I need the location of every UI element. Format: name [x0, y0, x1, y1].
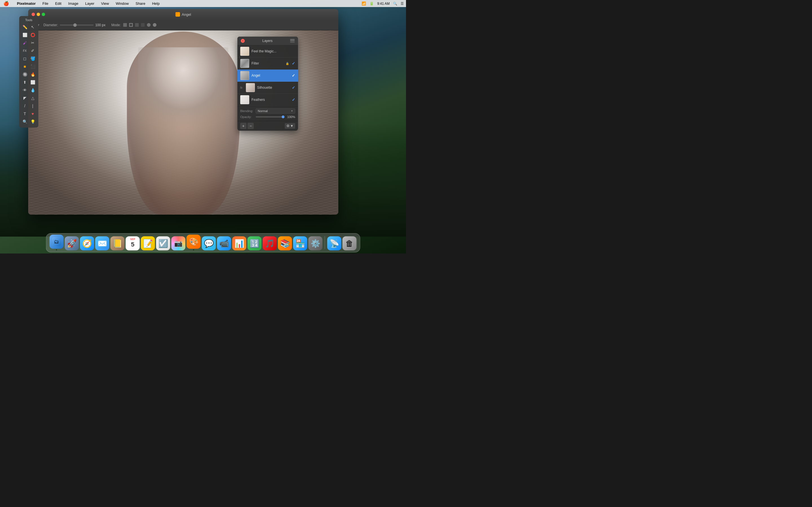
- mode-icon-1[interactable]: [122, 22, 128, 27]
- appstore-icon[interactable]: 🏪: [293, 236, 307, 250]
- facetime-icon[interactable]: 📹: [217, 236, 231, 250]
- minimize-button[interactable]: [37, 13, 40, 16]
- dock-item-trash[interactable]: 🗑: [343, 236, 357, 250]
- launchpad-icon[interactable]: 🚀: [65, 236, 79, 250]
- pixelmator-icon[interactable]: 🎨: [187, 235, 201, 249]
- mail-icon[interactable]: ✉️: [95, 236, 109, 250]
- notes-icon[interactable]: 📝: [141, 236, 155, 250]
- eyedropper-tool[interactable]: 💧: [29, 87, 36, 94]
- pencil-tool[interactable]: ✐: [29, 47, 36, 54]
- burn-tool[interactable]: 🔥: [29, 71, 36, 78]
- layer-item-feel[interactable]: Feel the Magic...: [238, 45, 298, 57]
- apple-menu[interactable]: 🍎: [2, 0, 10, 7]
- pen-tool[interactable]: ✏️: [21, 23, 29, 31]
- help-menu[interactable]: Help: [151, 1, 161, 6]
- dock-item-launchpad[interactable]: 🚀: [65, 236, 79, 250]
- fx-tool[interactable]: FX: [21, 47, 29, 54]
- app-name-menu[interactable]: Pixelmator: [16, 1, 37, 6]
- text-tool[interactable]: T: [21, 110, 29, 117]
- layer-menu[interactable]: Layer: [84, 1, 96, 6]
- line-tool[interactable]: /: [21, 102, 29, 110]
- itunes-icon[interactable]: 🎵: [263, 236, 277, 250]
- image-menu[interactable]: Image: [67, 1, 80, 6]
- trash-icon[interactable]: 🗑: [343, 236, 357, 250]
- mode-icon-5[interactable]: [146, 22, 151, 27]
- close-button[interactable]: [32, 13, 35, 16]
- color-adjust-tool[interactable]: |: [29, 102, 36, 110]
- numbers-icon[interactable]: 🔢: [248, 236, 262, 250]
- finder-icon[interactable]: 🗂: [50, 235, 64, 249]
- dock-item-itunes[interactable]: 🎵: [263, 236, 277, 250]
- calendar-icon[interactable]: SEP 5: [126, 236, 140, 250]
- dock-item-photos[interactable]: 📷: [171, 236, 186, 250]
- share-menu[interactable]: Share: [135, 1, 147, 6]
- dock-item-messages[interactable]: 💬: [202, 236, 216, 250]
- heart-tool[interactable]: ♥: [29, 110, 36, 117]
- reminders-icon[interactable]: ☑️: [156, 236, 170, 250]
- layer-settings-button[interactable]: ⚙ ▼: [285, 123, 295, 129]
- gradient-tool[interactable]: ◤: [21, 94, 29, 102]
- layer-item-feathers[interactable]: Feathers ✓: [238, 94, 298, 106]
- dock-item-mail[interactable]: ✉️: [95, 236, 109, 250]
- eraser-tool[interactable]: ◻: [21, 55, 29, 62]
- arrow-tool[interactable]: ↖: [29, 23, 36, 31]
- presentation-icon[interactable]: 📊: [232, 236, 246, 250]
- dock-item-notes[interactable]: 📝: [141, 236, 155, 250]
- layer-item-filter[interactable]: Filter 🔒 ✓: [238, 57, 298, 69]
- window-menu[interactable]: Window: [114, 1, 130, 6]
- repair-tool[interactable]: ⬜: [29, 78, 36, 86]
- safari-icon[interactable]: 🧭: [80, 236, 94, 250]
- edit-menu[interactable]: Edit: [54, 1, 62, 6]
- dock-item-facetime[interactable]: 📹: [217, 236, 231, 250]
- messages-icon[interactable]: 💬: [202, 236, 216, 250]
- clone-tool[interactable]: ⬆: [21, 78, 29, 86]
- redeye-tool[interactable]: 👁: [21, 87, 29, 94]
- notification-icon[interactable]: ☰: [401, 2, 404, 6]
- search-icon[interactable]: 🔍: [393, 2, 397, 6]
- photos-icon[interactable]: 📷: [171, 236, 186, 250]
- crop-tool[interactable]: ✂: [29, 39, 36, 47]
- color-picker-bg[interactable]: ⬛: [29, 63, 36, 70]
- dodge-tool[interactable]: 🔘: [21, 71, 29, 78]
- diameter-slider[interactable]: [73, 23, 77, 27]
- mode-icon-6[interactable]: [152, 22, 157, 27]
- brush-tool[interactable]: 🖌: [21, 39, 29, 47]
- dock-item-finder[interactable]: 🗂: [50, 235, 64, 250]
- layer-item-angel[interactable]: Angel ✓: [238, 69, 298, 82]
- blending-select[interactable]: Normal ▼: [256, 108, 295, 114]
- mode-icon-2[interactable]: [128, 22, 133, 27]
- fill-tool[interactable]: 🪣: [29, 55, 36, 62]
- layers-menu-button[interactable]: [290, 39, 295, 43]
- zoom-tool[interactable]: 🔍: [21, 118, 29, 125]
- dock-item-safari[interactable]: 🧭: [80, 236, 94, 250]
- ellipse-select-tool[interactable]: ⭕: [29, 31, 36, 39]
- dock-item-sysprefs[interactable]: ⚙️: [308, 236, 322, 250]
- dock-item-presentation[interactable]: 📊: [232, 236, 246, 250]
- dock-item-airdrop[interactable]: 📡: [327, 236, 342, 250]
- dock-item-pixelmator[interactable]: 🎨: [187, 235, 201, 250]
- file-menu[interactable]: File: [41, 1, 49, 6]
- layer-item-silhouette[interactable]: fx Silhouette ✓: [238, 82, 298, 94]
- opacity-slider[interactable]: [282, 115, 285, 118]
- shape-tool[interactable]: △: [29, 94, 36, 102]
- view-menu[interactable]: View: [100, 1, 110, 6]
- dock-item-contacts[interactable]: 📒: [110, 236, 124, 250]
- mode-icon-3[interactable]: [134, 22, 139, 27]
- dock-item-appstore[interactable]: 🏪: [293, 236, 307, 250]
- dock-item-reminders[interactable]: ☑️: [156, 236, 170, 250]
- remove-layer-button[interactable]: −: [248, 123, 254, 129]
- books-icon[interactable]: 📚: [278, 236, 292, 250]
- contacts-icon[interactable]: 📒: [110, 236, 124, 250]
- airdrop-icon[interactable]: 📡: [327, 236, 342, 250]
- shape-color-tool[interactable]: ■: [21, 63, 29, 70]
- dock-item-calendar[interactable]: SEP 5: [126, 236, 140, 250]
- dock-item-numbers[interactable]: 🔢: [248, 236, 262, 250]
- maximize-button[interactable]: [42, 13, 45, 16]
- layers-close-button[interactable]: ✕: [241, 39, 245, 43]
- sysprefs-icon[interactable]: ⚙️: [308, 236, 322, 250]
- rect-select-tool[interactable]: ⬜: [21, 31, 29, 39]
- add-layer-button[interactable]: +: [240, 123, 246, 129]
- dock-item-books[interactable]: 📚: [278, 236, 292, 250]
- mode-icon-4[interactable]: [140, 22, 145, 27]
- wb-tool[interactable]: 💡: [29, 118, 36, 125]
